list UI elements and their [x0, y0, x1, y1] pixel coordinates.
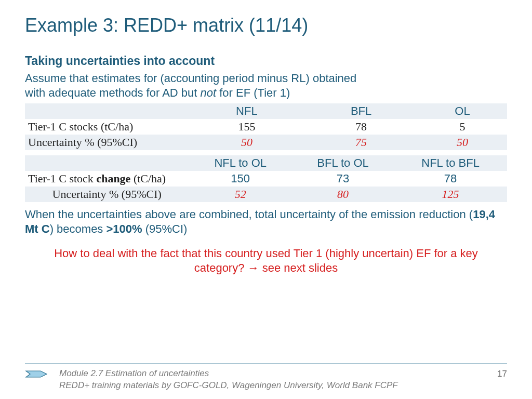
intro-line1: Assume that estimates for (accounting pe… [25, 72, 356, 85]
page-number: 17 [497, 368, 507, 379]
footer-line1: Module 2.7 Estimation of uncertainties [59, 368, 488, 380]
svg-marker-0 [26, 371, 47, 377]
table-changes: NFL to OL BFL to OL NFL to BFL Tier-1 C … [25, 155, 507, 202]
cell: 73 [292, 171, 394, 187]
cell: 155 [189, 119, 305, 135]
footer-divider [25, 363, 507, 364]
cell: 50 [189, 135, 305, 150]
cell: 78 [304, 119, 418, 135]
combined-uncertainty-text: When the uncertainties above are combine… [25, 207, 507, 236]
table-row: Uncertainty % (95%CI) 50 75 50 [25, 135, 507, 150]
row-label: Uncertainty % (95%CI) [25, 135, 189, 150]
intro-line2b: for EF (Tier 1) [216, 86, 290, 99]
table-header: OL [418, 103, 507, 119]
cell: 80 [292, 187, 394, 202]
cell: 150 [189, 171, 292, 187]
cell: 78 [394, 171, 507, 187]
footer-text: Module 2.7 Estimation of uncertainties R… [59, 368, 488, 392]
cell: 5 [418, 119, 507, 135]
footer-line2: REDD+ training materials by GOFC-GOLD, W… [59, 380, 488, 392]
cell: 50 [418, 135, 507, 150]
slide-title: Example 3: REDD+ matrix (11/14) [25, 15, 507, 36]
table-header: BFL [304, 103, 418, 119]
section-subtitle: Taking uncertainties into account [25, 54, 507, 68]
table-header: BFL to OL [292, 155, 394, 171]
table-row: Uncertainty % (95%CI) 52 80 125 [25, 187, 507, 202]
cell: 125 [394, 187, 507, 202]
cell: 75 [304, 135, 418, 150]
slide-footer: Module 2.7 Estimation of uncertainties R… [25, 363, 507, 392]
table-header: NFL [189, 103, 305, 119]
question-text: How to deal with the fact that this coun… [25, 246, 507, 276]
table-header-blank [25, 103, 189, 119]
table-header-blank [25, 155, 189, 171]
row-label: Uncertainty % (95%CI) [25, 187, 189, 202]
table-header: NFL to BFL [394, 155, 507, 171]
table-row: Tier-1 C stock change (tC/ha) 150 73 78 [25, 171, 507, 187]
slide: Example 3: REDD+ matrix (11/14) Taking u… [0, 0, 532, 399]
table-row: NFL to OL BFL to OL NFL to BFL [25, 155, 507, 171]
intro-line2a: with adequate methods for AD but [25, 86, 201, 99]
table-row: Tier-1 C stocks (tC/ha) 155 78 5 [25, 119, 507, 135]
cell: 52 [189, 187, 292, 202]
intro-not: not [201, 86, 217, 99]
arrow-icon [25, 368, 50, 380]
table-stocks: NFL BFL OL Tier-1 C stocks (tC/ha) 155 7… [25, 103, 507, 150]
table-header: NFL to OL [189, 155, 292, 171]
intro-paragraph: Assume that estimates for (accounting pe… [25, 71, 507, 100]
row-label: Tier-1 C stocks (tC/ha) [25, 119, 189, 135]
row-label: Tier-1 C stock change (tC/ha) [25, 171, 189, 187]
table-row: NFL BFL OL [25, 103, 507, 119]
